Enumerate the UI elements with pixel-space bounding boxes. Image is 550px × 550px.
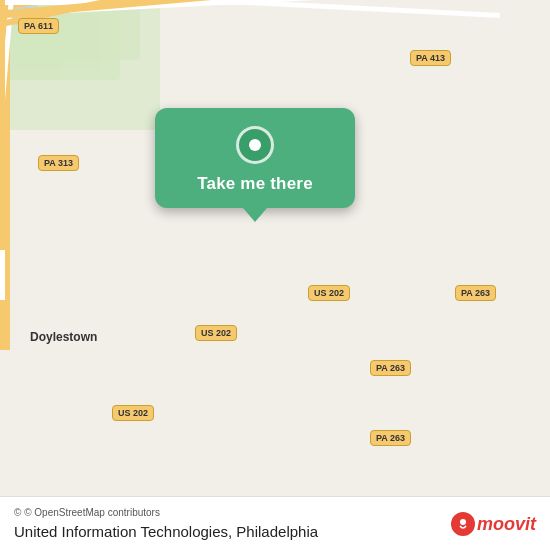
town-label-doylestown: Doylestown (30, 330, 97, 344)
yellow-road-diag (0, 0, 5, 250)
badge-us202-1: US 202 (308, 285, 350, 301)
badge-pa413: PA 413 (410, 50, 451, 66)
badge-us202-2: US 202 (195, 325, 237, 341)
badge-pa313: PA 313 (38, 155, 79, 171)
moovit-icon (451, 512, 475, 536)
popup-bubble: Take me there (155, 108, 355, 208)
location-title: United Information Technologies, Philade… (14, 523, 318, 540)
svg-point-0 (460, 519, 466, 525)
attribution-text: © OpenStreetMap contributors (24, 507, 160, 518)
location-pin-icon (236, 126, 274, 164)
badge-pa611: PA 611 (18, 18, 59, 34)
badge-us202-3: US 202 (112, 405, 154, 421)
take-me-there-button[interactable]: Take me there (197, 174, 313, 194)
moovit-text: moovit (477, 514, 536, 535)
bottom-bar: © © OpenStreetMap contributors United In… (0, 496, 550, 550)
popup-arrow (243, 208, 267, 222)
badge-pa263-2: PA 263 (370, 360, 411, 376)
badge-pa263-1: PA 263 (455, 285, 496, 301)
map-container: PA 611 PA 413 PA 313 US 202 US 202 US 20… (0, 0, 550, 550)
badge-pa263-3: PA 263 (370, 430, 411, 446)
location-popup: Take me there (155, 108, 355, 222)
moovit-logo: moovit (451, 512, 536, 536)
